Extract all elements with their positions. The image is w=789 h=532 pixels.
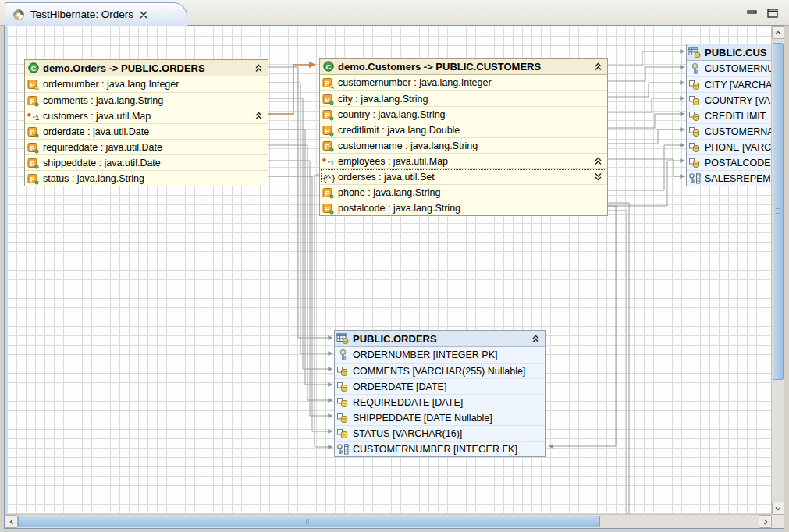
scroll-down-icon[interactable] bbox=[772, 502, 784, 515]
row-label: customername : java.lang.String bbox=[338, 140, 478, 151]
vertical-scrollbar[interactable] bbox=[771, 26, 784, 515]
set-icon: {} bbox=[322, 171, 335, 183]
property-icon: P bbox=[27, 157, 40, 169]
property-icon: P bbox=[27, 126, 40, 138]
column-icon bbox=[688, 79, 702, 91]
table-column-row[interactable]: COUNTRY [VA bbox=[687, 92, 771, 108]
table-column-row[interactable]: REQUIREDDATE [DATE] bbox=[335, 394, 545, 410]
orders-table-header[interactable]: PUBLIC.ORDERS bbox=[335, 331, 545, 347]
scroll-left-icon[interactable] bbox=[5, 515, 18, 528]
svg-text:P: P bbox=[325, 142, 330, 150]
collapse-icon[interactable] bbox=[531, 335, 540, 343]
table-icon bbox=[336, 332, 350, 345]
column-icon bbox=[336, 396, 350, 409]
row-label: shippeddate : java.util.Date bbox=[43, 158, 161, 168]
entity-field-row[interactable]: Ppostalcode : java.lang.String bbox=[320, 200, 607, 215]
property-icon: P bbox=[322, 108, 335, 121]
row-label: country : java.lang.String bbox=[338, 109, 446, 120]
row-label: ordernumber : java.lang.Integer bbox=[43, 79, 179, 90]
entity-field-row[interactable]: Pphone : java.lang.String bbox=[320, 184, 607, 200]
fk-column-icon bbox=[336, 443, 350, 456]
horizontal-scroll-thumb[interactable] bbox=[18, 516, 600, 527]
fk-column-icon bbox=[688, 172, 702, 185]
row-label: creditlimit : java.lang.Double bbox=[338, 125, 460, 136]
table-column-row[interactable]: SHIPPEDDATE [DATE Nullable] bbox=[335, 410, 545, 425]
table-column-row[interactable]: CREDITLIMIT bbox=[687, 108, 771, 123]
table-column-row[interactable]: COMMENTS [VARCHAR(255) Nullable] bbox=[335, 363, 545, 378]
diagram-view-frame: Cdemo.Orders -> PUBLIC.ORDERSPordernumbe… bbox=[4, 25, 784, 529]
table-column-row[interactable]: PHONE [VARC bbox=[687, 139, 771, 154]
row-label: orderses : java.util.Set bbox=[338, 172, 435, 183]
row-label: SALESREPEMI bbox=[705, 173, 771, 184]
row-label: SHIPPEDDATE [DATE Nullable] bbox=[353, 413, 492, 424]
customers-table-box[interactable]: PUBLIC.CUSCUSTOMERNUCITY [VARCHACOUNTRY … bbox=[686, 44, 771, 186]
entity-field-row[interactable]: Pcomments : java.lang.String bbox=[25, 92, 268, 108]
svg-text:P: P bbox=[30, 144, 35, 151]
entity-field-row[interactable]: Pordernumber : java.lang.Integer bbox=[25, 76, 268, 92]
customers-table-header[interactable]: PUBLIC.CUS bbox=[687, 44, 771, 61]
row-label: orderdate : java.util.Date bbox=[43, 126, 149, 137]
orders-mapping-header[interactable]: Cdemo.Orders -> PUBLIC.ORDERS bbox=[25, 60, 268, 76]
entity-field-row[interactable]: {}orderses : java.util.Set bbox=[320, 168, 607, 184]
collapse-icon[interactable] bbox=[254, 64, 263, 73]
column-icon bbox=[336, 381, 350, 393]
customers-mapping-header[interactable]: Cdemo.Customers -> PUBLIC.CUSTOMERS bbox=[320, 59, 607, 75]
orders-mapping-box[interactable]: Cdemo.Orders -> PUBLIC.ORDERSPordernumbe… bbox=[24, 59, 268, 186]
vertical-scroll-thumb[interactable] bbox=[773, 43, 784, 380]
collapse-icon[interactable] bbox=[594, 157, 602, 165]
column-icon bbox=[688, 110, 702, 122]
tab-testhibernate-orders[interactable]: TestHibernate: Orders bbox=[5, 2, 187, 26]
entity-field-row[interactable]: Pcountry : java.lang.String bbox=[320, 106, 607, 122]
row-label: ORDERDATE [DATE] bbox=[353, 381, 446, 392]
property-icon: P bbox=[322, 140, 335, 152]
customers-mapping-box[interactable]: Cdemo.Customers -> PUBLIC.CUSTOMERSPcust… bbox=[319, 58, 608, 216]
entity-field-row[interactable]: Pcreditlimit : java.lang.Double bbox=[320, 122, 607, 137]
property-icon: P bbox=[27, 141, 40, 154]
orders-table-box[interactable]: PUBLIC.ORDERSORDERNUMBER [INTEGER PK]COM… bbox=[334, 330, 546, 457]
svg-text:P: P bbox=[325, 111, 330, 119]
table-column-row[interactable]: CUSTOMERNU bbox=[687, 61, 771, 76]
table-column-row[interactable]: POSTALCODE bbox=[687, 154, 771, 170]
table-column-row[interactable]: CUSTOMERNA bbox=[687, 123, 771, 139]
scroll-up-icon[interactable] bbox=[772, 26, 784, 39]
box-title: PUBLIC.CUS bbox=[705, 47, 766, 59]
row-label: CUSTOMERNU bbox=[705, 63, 771, 74]
box-title: PUBLIC.ORDERS bbox=[353, 333, 437, 345]
table-column-row[interactable]: ORDERNUMBER [INTEGER PK] bbox=[335, 347, 545, 363]
entity-field-row[interactable]: Pcustomernumber : java.lang.Integer bbox=[320, 75, 607, 90]
many-to-one-icon: *1 bbox=[27, 110, 40, 122]
entity-field-row[interactable]: Pshippeddate : java.util.Date bbox=[25, 154, 268, 170]
collapse-icon[interactable] bbox=[254, 112, 263, 120]
table-column-row[interactable]: CITY [VARCHA bbox=[687, 76, 771, 92]
entity-field-row[interactable]: Prequireddate : java.util.Date bbox=[25, 139, 268, 154]
svg-text:}: } bbox=[331, 172, 335, 183]
table-column-row[interactable]: STATUS [VARCHAR(16)] bbox=[335, 425, 545, 441]
entity-field-row[interactable]: Porderdate : java.util.Date bbox=[25, 123, 268, 139]
svg-text:C: C bbox=[30, 64, 36, 73]
tab-close-icon[interactable] bbox=[139, 10, 148, 20]
entity-field-row[interactable]: *1customers : java.util.Map bbox=[25, 108, 268, 123]
svg-text:1: 1 bbox=[35, 113, 39, 121]
horizontal-scrollbar[interactable] bbox=[5, 514, 772, 528]
maximize-view-icon[interactable] bbox=[767, 7, 778, 16]
row-label: city : java.lang.String bbox=[338, 94, 428, 105]
entity-field-row[interactable]: Pstatus : java.lang.String bbox=[25, 170, 268, 186]
property-icon: P bbox=[322, 93, 335, 105]
entity-field-row[interactable]: Pcity : java.lang.String bbox=[320, 90, 607, 106]
diagram-canvas[interactable]: Cdemo.Orders -> PUBLIC.ORDERSPordernumbe… bbox=[7, 27, 771, 514]
scroll-right-icon[interactable] bbox=[759, 515, 772, 528]
entity-field-row[interactable]: Pcustomername : java.lang.String bbox=[320, 137, 607, 153]
row-label: ORDERNUMBER [INTEGER PK] bbox=[353, 349, 497, 360]
entity-field-row[interactable]: *1employees : java.util.Map bbox=[320, 153, 607, 168]
minimize-view-icon[interactable] bbox=[747, 7, 758, 16]
table-column-row[interactable]: CUSTOMERNUMBER [INTEGER FK] bbox=[335, 441, 545, 456]
expand-icon[interactable] bbox=[594, 172, 602, 181]
table-column-row[interactable]: SALESREPEMI bbox=[687, 170, 771, 186]
table-column-row[interactable]: ORDERDATE [DATE] bbox=[335, 378, 545, 394]
svg-text:*: * bbox=[27, 111, 31, 122]
property-icon: P bbox=[322, 186, 335, 199]
svg-text:P: P bbox=[30, 159, 35, 167]
collapse-icon[interactable] bbox=[594, 62, 602, 71]
row-label: REQUIREDDATE [DATE] bbox=[353, 397, 463, 408]
row-label: comments : java.lang.String bbox=[43, 95, 163, 106]
